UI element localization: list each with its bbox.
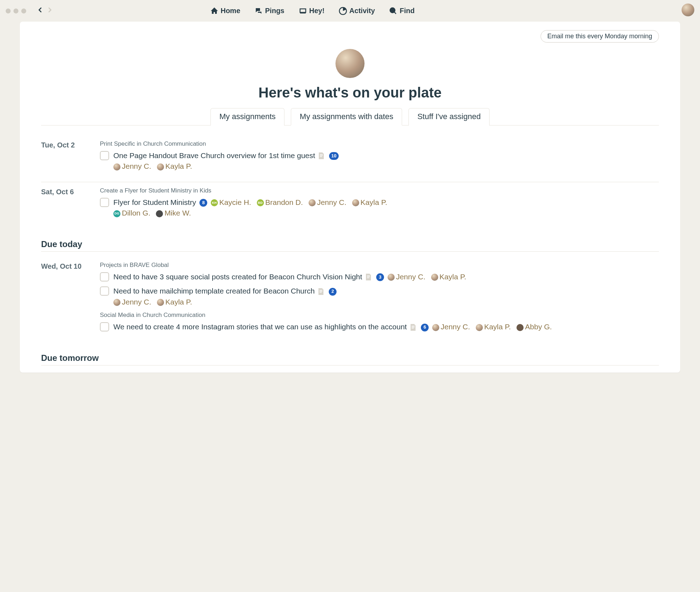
assignee-name: Kayla P.	[165, 298, 192, 306]
assignee[interactable]: Jenny C.	[388, 273, 425, 281]
avatar-initials-icon: BD	[257, 199, 264, 206]
window-toolbar: Home Pings Hey! Activity Find	[0, 0, 700, 22]
document-icon	[318, 152, 325, 160]
nav-find[interactable]: Find	[389, 7, 414, 15]
task-title[interactable]: Flyer for Student Ministry	[113, 198, 196, 206]
comment-count-badge[interactable]: 10	[329, 152, 338, 160]
assignee[interactable]: Jenny C.	[432, 323, 470, 331]
day-label: Tue, Oct 2	[41, 140, 91, 175]
project-breadcrumb[interactable]: Projects in BRAVE Global	[100, 262, 659, 269]
user-avatar-large	[335, 49, 365, 78]
task-checkbox[interactable]	[100, 322, 109, 331]
assignee[interactable]: KHKaycie H.	[211, 198, 251, 206]
assignee[interactable]: Mike W.	[156, 209, 191, 217]
main-nav: Home Pings Hey! Activity Find	[210, 7, 415, 15]
assignee[interactable]: Kayla P.	[476, 323, 511, 331]
tab-my-assignments[interactable]: My assignments	[210, 108, 284, 125]
svg-rect-10	[320, 291, 322, 292]
avatar-icon	[476, 324, 483, 331]
email-reminder-button[interactable]: Email me this every Monday morning	[541, 30, 659, 43]
avatar-icon	[156, 210, 163, 217]
task-checkbox[interactable]	[100, 286, 109, 296]
nav-activity[interactable]: Activity	[339, 7, 375, 15]
comment-count-badge[interactable]: 3	[376, 273, 384, 281]
assignee[interactable]: Kayla P.	[157, 162, 192, 170]
project-breadcrumb[interactable]: Create a Flyer for Student Ministry in K…	[100, 187, 659, 194]
task-title[interactable]: Need to have mailchimp template created …	[113, 287, 315, 295]
avatar-icon	[309, 199, 316, 206]
assignee-name: Kayla P.	[361, 198, 388, 206]
home-icon	[210, 7, 219, 15]
avatar-icon	[388, 274, 395, 281]
task-row: Flyer for Student Ministry 8 KHKaycie H.…	[100, 197, 659, 219]
avatar-icon	[157, 163, 164, 171]
assignee[interactable]: Jenny C.	[113, 298, 151, 306]
profile-menu[interactable]	[682, 4, 694, 18]
zoom-window-dot[interactable]	[21, 9, 26, 13]
day-group: Sat, Oct 6 Create a Flyer for Student Mi…	[41, 182, 659, 229]
assignee[interactable]: Kayla P.	[431, 273, 467, 281]
nav-home[interactable]: Home	[210, 7, 241, 15]
nav-hey[interactable]: Hey!	[299, 7, 324, 15]
assignee-name: Jenny C.	[441, 323, 470, 331]
svg-rect-12	[412, 326, 414, 326]
close-window-dot[interactable]	[6, 9, 11, 13]
task-checkbox[interactable]	[100, 272, 109, 281]
svg-rect-13	[412, 327, 414, 328]
avatar-icon	[157, 299, 164, 306]
project-breadcrumb[interactable]: Social Media in Church Communication	[100, 312, 659, 319]
avatar-icon	[432, 324, 439, 331]
avatar-icon	[352, 199, 359, 206]
tab-stuff-ive-assigned[interactable]: Stuff I've assigned	[408, 108, 490, 125]
assignee[interactable]: Kayla P.	[352, 198, 388, 206]
svg-rect-8	[367, 278, 369, 278]
user-avatar	[682, 4, 694, 16]
task-title[interactable]: We need to create 4 more Instagram stori…	[113, 323, 407, 331]
nav-pings[interactable]: Pings	[254, 7, 284, 15]
back-button[interactable]	[36, 6, 44, 16]
assignee[interactable]: BDBrandon D.	[257, 198, 303, 206]
svg-rect-4	[320, 155, 323, 156]
task-title[interactable]: One Page Handout Brave Church overview f…	[113, 151, 315, 160]
main-content: Email me this every Monday morning Here'…	[20, 22, 680, 373]
nav-activity-label: Activity	[349, 7, 375, 15]
assignee[interactable]: Jenny C.	[309, 198, 346, 206]
task-row: Need to have mailchimp template created …	[100, 286, 659, 307]
comment-count-badge[interactable]: 6	[421, 324, 429, 331]
avatar-icon	[431, 274, 438, 281]
assignee[interactable]: DGDillon G.	[113, 209, 151, 217]
assignee[interactable]: Kayla P.	[157, 298, 192, 306]
svg-rect-14	[412, 328, 414, 329]
svg-rect-9	[320, 290, 322, 291]
tab-my-assignments-with-dates[interactable]: My assignments with dates	[291, 108, 402, 125]
day-label: Sat, Oct 6	[41, 186, 91, 222]
comment-count-badge[interactable]: 8	[199, 199, 207, 207]
minimize-window-dot[interactable]	[13, 9, 18, 13]
task-checkbox[interactable]	[100, 151, 109, 160]
task-title[interactable]: Need to have 3 square social posts creat…	[113, 273, 362, 281]
day-group: Wed, Oct 10 Projects in BRAVE Global Nee…	[41, 257, 659, 342]
task-checkbox[interactable]	[100, 198, 109, 207]
document-icon	[317, 288, 324, 296]
assignee-name: Mike W.	[164, 209, 191, 217]
assignee[interactable]: Jenny C.	[113, 162, 151, 170]
svg-rect-7	[367, 277, 370, 277]
assignee-name: Abby G.	[525, 323, 552, 331]
avatar-icon	[113, 299, 120, 306]
section-heading-due-tomorrow: Due tomorrow	[41, 353, 659, 365]
assignee[interactable]: Abby G.	[516, 323, 552, 331]
avatar-icon	[516, 324, 524, 331]
section-heading-due-today: Due today	[41, 239, 659, 252]
nav-hey-label: Hey!	[309, 7, 324, 15]
pings-icon	[254, 7, 263, 15]
task-row: One Page Handout Brave Church overview f…	[100, 150, 659, 172]
task-row: Need to have 3 square social posts creat…	[100, 272, 659, 282]
svg-rect-5	[320, 156, 322, 157]
svg-line-2	[394, 12, 396, 14]
project-breadcrumb[interactable]: Print Specific in Church Communication	[100, 140, 659, 147]
nav-home-label: Home	[221, 7, 241, 15]
svg-rect-11	[320, 292, 322, 293]
comment-count-badge[interactable]: 2	[329, 288, 337, 296]
document-icon	[410, 324, 417, 331]
history-nav	[36, 6, 54, 16]
